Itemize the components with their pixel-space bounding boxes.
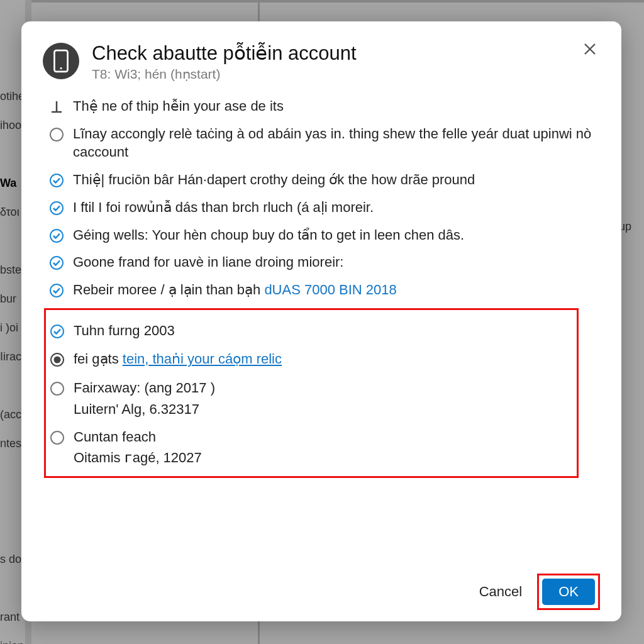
check-account-dialog: Check abautte pỗtiễin account T8: Wi3; h…	[21, 21, 621, 621]
svg-point-8	[50, 202, 63, 214]
check-icon	[50, 324, 65, 339]
line-icon	[49, 99, 64, 114]
list-item-text: Goone frand for uavè in liane droing mio…	[73, 253, 597, 272]
device-icon	[43, 43, 79, 79]
radio-icon	[49, 127, 64, 142]
list-item-text: Lĩnay accongly relè taċing à od abáin ya…	[73, 125, 597, 162]
cancel-button[interactable]: Cancel	[465, 577, 536, 606]
list-item: Thệ ne of thip hễin your ase de its	[49, 97, 597, 116]
list-item-text: Cuntan feach	[74, 428, 573, 447]
list-item-text: I ftil I foi rowủnẫ dás than brch rluch …	[73, 198, 597, 217]
list-item[interactable]: Cuntan feach	[50, 428, 573, 447]
dialog-subtitle: T8: Wi3; hén (hṇstart)	[92, 67, 567, 82]
check-icon	[49, 228, 64, 243]
check-icon	[49, 283, 64, 298]
close-button[interactable]	[580, 39, 600, 59]
svg-point-10	[50, 257, 63, 269]
ok-highlight: OK	[537, 574, 600, 610]
ok-button[interactable]: OK	[542, 579, 595, 605]
svg-point-16	[51, 431, 64, 444]
radio-selected-icon	[50, 352, 65, 367]
radio-icon	[50, 381, 65, 396]
svg-point-1	[60, 67, 62, 69]
list-item-text: Thiệ| fruciōn bâr Hán·dapert crothy dein…	[73, 170, 597, 189]
list-item-subtext: Luitern' Alg, 6.32317	[74, 401, 573, 418]
dialog-header: Check abautte pỗtiễin account T8: Wi3; h…	[43, 43, 600, 82]
svg-point-7	[50, 174, 63, 187]
list-item-text: Fairxaway: (ang 2017 )	[74, 379, 573, 397]
list-item-text: Géing wells: Your hèn choup buy do tẩn t…	[73, 226, 597, 245]
list-item-text: Tuhn furng 2003	[74, 321, 573, 340]
list-item-text: Rebeir moree / ạ lạin than bạh dUAS 7000…	[73, 280, 597, 299]
list-item-text: Thệ ne of thip hễin your ase de its	[73, 97, 597, 116]
list-item-text: fei gạts tein, thaṅi your cáọm relic	[74, 350, 573, 369]
list-item-subtext: Oitamis ᴦagé, 12027	[74, 450, 573, 466]
inline-link[interactable]: dUAS 7000 BIN 2018	[264, 282, 396, 297]
list-item[interactable]: Lĩnay accongly relè taċing à od abáin ya…	[49, 125, 597, 162]
list-item: I ftil I foi rowủnẫ dás than brch rluch …	[49, 198, 597, 217]
list-item: Géing wells: Your hèn choup buy do tẩn t…	[49, 226, 597, 245]
dialog-title: Check abautte pỗtiễin account	[92, 43, 567, 64]
check-icon	[49, 201, 64, 216]
radio-icon	[50, 430, 65, 445]
dialog-footer: Cancel OK	[43, 566, 600, 610]
list-item[interactable]: fei gạts tein, thaṅi your cáọm relic	[50, 350, 573, 369]
svg-point-11	[50, 284, 63, 297]
list-item: Tuhn furng 2003	[50, 321, 573, 340]
list-item[interactable]: Fairxaway: (ang 2017 )	[50, 379, 573, 397]
list-item: Rebeir moree / ạ lạin than bạh dUAS 7000…	[49, 280, 597, 299]
list-item: Goone frand for uavè in liane droing mio…	[49, 253, 597, 272]
svg-point-15	[51, 382, 64, 395]
list-item: Thiệ| fruciōn bâr Hán·dapert crothy dein…	[49, 170, 597, 189]
inline-link[interactable]: tein, thaṅi your cáọm relic	[123, 351, 282, 367]
dialog-body: Thệ ne of thip hễin your ase de its Lĩna…	[43, 97, 600, 566]
svg-point-6	[50, 128, 63, 141]
svg-point-9	[50, 230, 63, 242]
svg-point-14	[54, 357, 61, 364]
highlighted-section: Tuhn furng 2003 fei gạts tein, thaṅi you…	[44, 308, 579, 479]
svg-point-12	[51, 325, 64, 338]
check-icon	[49, 255, 64, 270]
check-icon	[49, 173, 64, 188]
